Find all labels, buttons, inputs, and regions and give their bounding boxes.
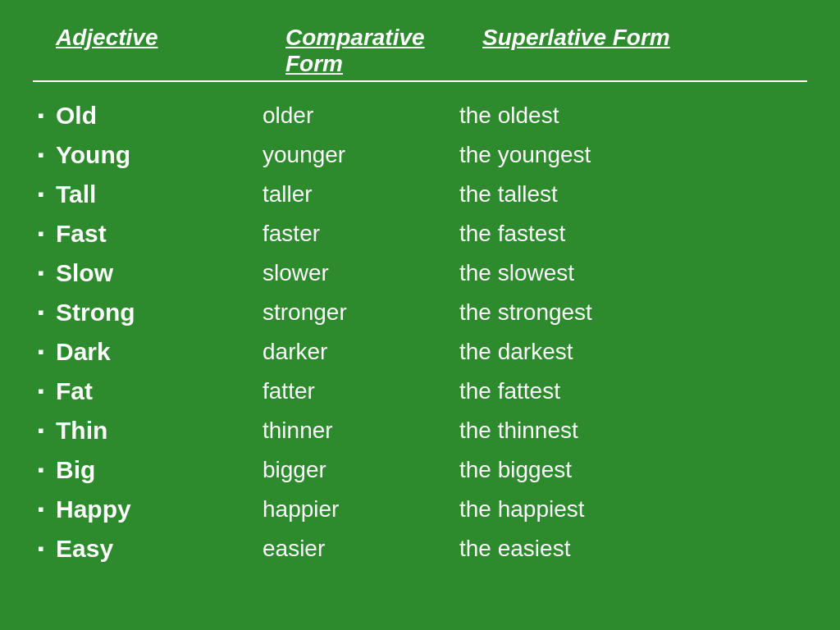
comparative-cell: younger (262, 142, 459, 168)
comparative-cell: faster (262, 221, 459, 247)
bullet-icon: ▪ (33, 538, 49, 559)
comparative-cell: fatter (262, 378, 459, 404)
bullet-icon: ▪ (33, 223, 49, 244)
table-row: ▪Thinthinnerthe thinnest (33, 412, 807, 450)
table-row: ▪Talltallerthe tallest (33, 176, 807, 213)
bullet-icon: ▪ (33, 420, 49, 441)
table-row: ▪Youngyoungerthe youngest (33, 136, 807, 174)
bullet-icon: ▪ (33, 184, 49, 205)
bullet-icon: ▪ (33, 105, 49, 126)
comparative-cell: happier (262, 496, 459, 523)
comparative-column-header: Comparative Form (285, 25, 482, 77)
comparative-cell: older (262, 103, 459, 129)
table-row: ▪Oldolderthe oldest (33, 97, 807, 135)
adjective-cell: Tall (56, 180, 262, 208)
superlative-cell: the oldest (459, 103, 689, 129)
bullet-icon: ▪ (33, 499, 49, 520)
adjective-cell: Happy (56, 495, 262, 523)
bullet-icon: ▪ (33, 144, 49, 166)
adjective-column-header: Adjective (56, 25, 285, 51)
superlative-cell: the easiest (459, 536, 689, 562)
adjective-cell: Fast (56, 220, 262, 248)
adjective-cell: Thin (56, 417, 262, 445)
superlative-column-header: Superlative Form (482, 25, 712, 51)
bullet-icon: ▪ (33, 262, 49, 284)
adjective-cell: Easy (56, 535, 262, 563)
superlative-cell: the thinnest (459, 418, 689, 444)
bullet-icon: ▪ (33, 341, 49, 363)
bullet-icon: ▪ (33, 302, 49, 323)
table-row: ▪Bigbiggerthe biggest (33, 451, 807, 489)
superlative-cell: the fastest (459, 221, 689, 247)
adjective-cell: Young (56, 141, 262, 169)
superlative-cell: the tallest (459, 181, 689, 208)
superlative-cell: the slowest (459, 260, 689, 286)
adjective-cell: Slow (56, 259, 262, 287)
table-row: ▪Darkdarkerthe darkest (33, 333, 807, 371)
superlative-cell: the strongest (459, 299, 689, 326)
main-container: ▪ Adjective Comparative Form Superlative… (0, 0, 840, 630)
comparative-cell: slower (262, 260, 459, 286)
adjective-cell: Old (56, 102, 262, 130)
table-header: ▪ Adjective Comparative Form Superlative… (33, 25, 807, 82)
comparative-cell: easier (262, 536, 459, 562)
adjective-table: ▪Oldolderthe oldest▪Youngyoungerthe youn… (33, 97, 807, 568)
comparative-cell: taller (262, 181, 459, 208)
bullet-icon: ▪ (33, 459, 49, 481)
table-row: ▪Slowslowerthe slowest (33, 254, 807, 292)
comparative-cell: darker (262, 339, 459, 365)
superlative-cell: the darkest (459, 339, 689, 365)
adjective-cell: Big (56, 456, 262, 484)
table-row: ▪Fatfatterthe fattest (33, 372, 807, 410)
comparative-cell: bigger (262, 457, 459, 483)
bullet-icon: ▪ (33, 381, 49, 402)
table-row: ▪Strongstrongerthe strongest (33, 294, 807, 331)
superlative-cell: the fattest (459, 378, 689, 404)
superlative-cell: the biggest (459, 457, 689, 483)
adjective-cell: Dark (56, 338, 262, 366)
adjective-cell: Strong (56, 299, 262, 326)
comparative-cell: stronger (262, 299, 459, 326)
superlative-cell: the happiest (459, 496, 689, 523)
table-row: ▪Fastfasterthe fastest (33, 215, 807, 253)
table-row: ▪Happyhappierthe happiest (33, 491, 807, 528)
adjective-cell: Fat (56, 377, 262, 405)
table-row: ▪Easyeasierthe easiest (33, 530, 807, 568)
superlative-cell: the youngest (459, 142, 689, 168)
comparative-cell: thinner (262, 418, 459, 444)
